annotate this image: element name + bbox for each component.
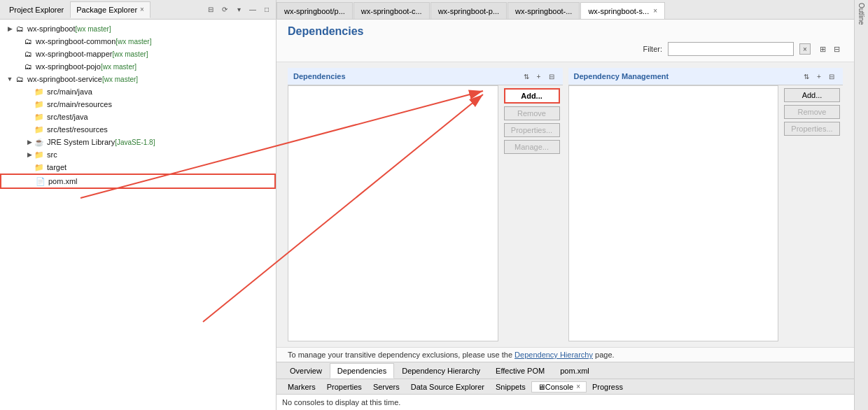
deps-area: Dependencies ⇅ + ⊟ Add... Remove Propert… xyxy=(276,62,854,347)
tree-item-src-main-java[interactable]: 📁 src/main/java xyxy=(0,85,276,98)
editor-tab-2[interactable]: wx-springboot-p... xyxy=(430,2,507,19)
manage-button[interactable]: Manage... xyxy=(504,140,560,154)
dep-mgmt-title: Dependency Management xyxy=(574,72,669,80)
tab-label: Console xyxy=(545,383,573,391)
outline-label[interactable]: Outline xyxy=(858,3,865,25)
editor-tab-1[interactable]: wx-springboot-c... xyxy=(354,2,430,19)
bottom-note: To manage your transitive dependency exc… xyxy=(276,347,854,362)
console-tab-snippets[interactable]: Snippets xyxy=(490,382,531,392)
dep-mgmt-buttons: Add... Remove Properties... xyxy=(781,85,843,341)
filter-input[interactable] xyxy=(668,42,794,56)
console-tabs: Markers Properties Servers Data Source E… xyxy=(276,379,854,395)
tab-effective-pom[interactable]: Effective POM xyxy=(488,363,552,379)
mgmt-properties-button[interactable]: Properties... xyxy=(784,122,840,136)
tab-dependencies[interactable]: Dependencies xyxy=(330,363,394,379)
console-tab-progress[interactable]: Progress xyxy=(587,382,629,392)
dependencies-section: Dependencies ⇅ + ⊟ Add... Remove Propert… xyxy=(288,68,563,341)
branch-label: [wx master] xyxy=(115,38,151,45)
console-icon: 🖥 xyxy=(538,383,545,391)
expand-all-icon[interactable]: ⊞ xyxy=(816,43,829,55)
folder-icon: 📁 xyxy=(34,124,45,135)
tab-label: Markers xyxy=(288,383,316,391)
tab-label: Properties xyxy=(327,383,362,391)
add-dep-icon[interactable]: + xyxy=(533,71,545,82)
tree-label: pom.xml xyxy=(48,177,78,185)
expand-icon[interactable]: ▶ xyxy=(25,151,34,158)
tab-label: wx-springboot-p... xyxy=(438,7,499,15)
tab-dep-hierarchy[interactable]: Dependency Hierarchy xyxy=(394,363,488,379)
tab-label: wx-springboot-c... xyxy=(361,7,422,15)
tab-pom-xml[interactable]: pom.xml xyxy=(552,363,597,379)
editor-tab-4[interactable]: wx-springboot-s... × xyxy=(580,2,665,19)
dep-mgmt-list xyxy=(568,85,779,341)
sort-icon[interactable]: ⇅ xyxy=(521,71,532,82)
add-button[interactable]: Add... xyxy=(504,88,560,104)
project-icon: 🗂 xyxy=(14,73,25,85)
sort-icon[interactable]: ⇅ xyxy=(801,71,812,82)
filter-label: Filter: xyxy=(643,45,663,53)
pom-editor: Dependencies Filter: × ⊞ ⊟ Dependencies xyxy=(276,20,854,379)
tree-item-target[interactable]: 📁 target xyxy=(0,161,276,174)
filter-icon[interactable]: ⊟ xyxy=(826,71,837,82)
branch-label: [JavaSE-1.8] xyxy=(115,139,155,146)
close-icon[interactable]: × xyxy=(653,7,657,15)
tree-label: src/main/java xyxy=(47,87,92,96)
expand-icon[interactable]: ▶ xyxy=(6,25,14,32)
tree-label: wx-springboot-common xyxy=(36,37,115,45)
pom-title: Dependencies xyxy=(288,25,843,38)
console-tab-console[interactable]: 🖥 Console × xyxy=(531,381,587,393)
tree-item-wx-springboot[interactable]: ▶ 🗂 wx-springboot [wx master] xyxy=(0,22,276,35)
dep-content: Add... Remove Properties... Manage... xyxy=(288,85,563,341)
editor-tab-0[interactable]: wx-springboot/p... xyxy=(276,2,353,19)
tree-label: src/main/resources xyxy=(47,100,112,108)
editor-tab-3[interactable]: wx-springboot-... xyxy=(507,2,580,19)
maximize-icon[interactable]: □ xyxy=(260,3,273,16)
tree-item-jre[interactable]: ▶ ☕ JRE System Library [JavaSE-1.8] xyxy=(0,136,276,148)
tree-label: wx-springboot-pojo xyxy=(36,62,101,71)
tree-item-common[interactable]: 🗂 wx-springboot-common [wx master] xyxy=(0,35,276,48)
dependency-hierarchy-link[interactable]: Dependency Hierarchy xyxy=(514,351,593,359)
tab-bar: Project Explorer Package Explorer × ⊟ ⟳ … xyxy=(0,0,276,20)
close-icon[interactable]: × xyxy=(140,6,144,13)
close-icon[interactable]: × xyxy=(576,383,580,390)
tab-overview[interactable]: Overview xyxy=(282,363,330,379)
tree-item-src-main-res[interactable]: 📁 src/main/resources xyxy=(0,98,276,111)
file-icon: 📄 xyxy=(35,176,46,187)
tree-item-src-test-java[interactable]: 📁 src/test/java xyxy=(0,111,276,123)
tree-item-service[interactable]: ▼ 🗂 wx-springboot-service [wx master] xyxy=(0,73,276,85)
tree-item-pomxml[interactable]: 📄 pom.xml xyxy=(0,174,276,189)
editor-tabs: wx-springboot/p... wx-springboot-c... wx… xyxy=(276,0,854,20)
console-tab-datasource[interactable]: Data Source Explorer xyxy=(405,382,490,392)
collapse-all-icon[interactable]: ⊟ xyxy=(204,3,217,16)
branch-label: [wx master] xyxy=(102,76,138,83)
link-editor-icon[interactable]: ⟳ xyxy=(218,3,231,16)
add-icon[interactable]: + xyxy=(813,71,825,82)
tab-package-explorer[interactable]: Package Explorer × xyxy=(70,1,150,18)
tree-item-pojo[interactable]: 🗂 wx-springboot-pojo [wx master] xyxy=(0,60,276,73)
pom-bottom-tabs: Overview Dependencies Dependency Hierarc… xyxy=(276,362,854,379)
tree-item-src[interactable]: ▶ 📁 src xyxy=(0,148,276,161)
tab-label: Snippets xyxy=(496,383,526,391)
filter-dep-icon[interactable]: ⊟ xyxy=(546,71,557,82)
expand-icon[interactable]: ▼ xyxy=(6,76,14,83)
mgmt-add-button[interactable]: Add... xyxy=(784,88,840,102)
mgmt-remove-button[interactable]: Remove xyxy=(784,105,840,119)
tab-project-explorer[interactable]: Project Explorer xyxy=(3,1,70,18)
tab-label: Data Source Explorer xyxy=(411,383,484,391)
tree-item-src-test-res[interactable]: 📁 src/test/resources xyxy=(0,123,276,136)
menu-icon[interactable]: ▾ xyxy=(232,3,245,16)
console-tab-servers[interactable]: Servers xyxy=(368,382,405,392)
bottom-note-suffix: page. xyxy=(595,351,615,359)
minimize-icon[interactable]: — xyxy=(246,3,259,16)
project-icon: 🗂 xyxy=(22,36,34,47)
remove-button[interactable]: Remove xyxy=(504,106,560,120)
collapse-all-icon[interactable]: ⊟ xyxy=(830,43,843,55)
expand-icon[interactable]: ▶ xyxy=(25,139,34,146)
dep-mgmt-icons: ⇅ + ⊟ xyxy=(801,71,837,82)
dep-management-section: Dependency Management ⇅ + ⊟ Add... Remov… xyxy=(568,68,844,341)
properties-button[interactable]: Properties... xyxy=(504,123,560,137)
console-tab-markers[interactable]: Markers xyxy=(282,382,321,392)
filter-clear-button[interactable]: × xyxy=(799,43,811,55)
tree-item-mapper[interactable]: 🗂 wx-springboot-mapper [wx master] xyxy=(0,48,276,60)
console-tab-properties[interactable]: Properties xyxy=(321,382,368,392)
